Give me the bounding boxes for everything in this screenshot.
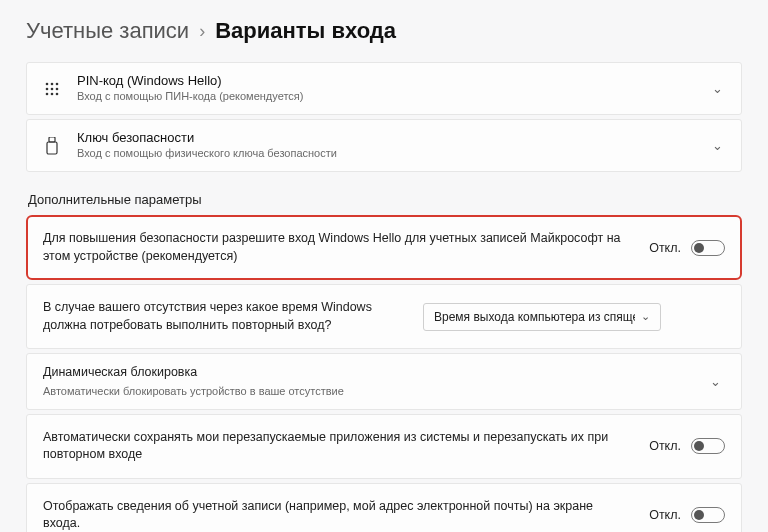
option-pin[interactable]: PIN-код (Windows Hello) Вход с помощью П… bbox=[26, 62, 742, 115]
chevron-down-icon: ⌄ bbox=[708, 138, 727, 153]
dropdown-reauth-time[interactable]: Время выхода компьютера из спящего ре ⌄ bbox=[423, 303, 661, 331]
keypad-icon bbox=[41, 81, 63, 97]
row-dynamic-lock[interactable]: Динамическая блокировка Автоматически бл… bbox=[26, 353, 742, 410]
toggle-state-label: Откл. bbox=[649, 241, 681, 255]
toggle-hello-only[interactable] bbox=[691, 240, 725, 256]
svg-point-8 bbox=[56, 92, 59, 95]
option-pin-title: PIN-код (Windows Hello) bbox=[77, 73, 708, 89]
section-additional-label: Дополнительные параметры bbox=[28, 192, 742, 207]
option-security-key[interactable]: Ключ безопасности Вход с помощью физичес… bbox=[26, 119, 742, 172]
page-title: Варианты входа bbox=[215, 18, 396, 44]
toggle-state-label: Откл. bbox=[649, 439, 681, 453]
row-hello-only-text: Для повышения безопасности разрешите вхо… bbox=[43, 230, 649, 265]
toggle-restart-apps[interactable] bbox=[691, 438, 725, 454]
row-show-account-text: Отображать сведения об учетной записи (н… bbox=[43, 498, 649, 532]
row-show-account: Отображать сведения об учетной записи (н… bbox=[26, 483, 742, 532]
svg-point-0 bbox=[46, 82, 49, 85]
chevron-right-icon: › bbox=[199, 21, 205, 42]
svg-point-4 bbox=[51, 87, 54, 90]
svg-rect-10 bbox=[47, 142, 57, 154]
svg-point-7 bbox=[51, 92, 54, 95]
option-security-key-sub: Вход с помощью физического ключа безопас… bbox=[77, 147, 708, 161]
row-restart-apps: Автоматически сохранять мои перезапускае… bbox=[26, 414, 742, 479]
svg-point-1 bbox=[51, 82, 54, 85]
usb-key-icon bbox=[41, 137, 63, 155]
row-hello-only: Для повышения безопасности разрешите вхо… bbox=[26, 215, 742, 280]
svg-point-5 bbox=[56, 87, 59, 90]
svg-point-2 bbox=[56, 82, 59, 85]
chevron-down-icon: ⌄ bbox=[641, 310, 650, 323]
svg-point-6 bbox=[46, 92, 49, 95]
option-security-key-title: Ключ безопасности bbox=[77, 130, 708, 146]
row-restart-apps-text: Автоматически сохранять мои перезапускае… bbox=[43, 429, 649, 464]
breadcrumb-parent[interactable]: Учетные записи bbox=[26, 18, 189, 44]
row-dynamic-lock-title: Динамическая блокировка bbox=[43, 364, 690, 382]
dropdown-reauth-value: Время выхода компьютера из спящего ре bbox=[434, 310, 635, 324]
chevron-down-icon: ⌄ bbox=[708, 81, 727, 96]
toggle-state-label: Откл. bbox=[649, 508, 681, 522]
svg-rect-9 bbox=[49, 137, 55, 142]
svg-point-3 bbox=[46, 87, 49, 90]
toggle-show-account[interactable] bbox=[691, 507, 725, 523]
chevron-down-icon: ⌄ bbox=[706, 374, 725, 389]
row-dynamic-lock-sub: Автоматически блокировать устройство в в… bbox=[43, 384, 690, 399]
option-pin-sub: Вход с помощью ПИН-кода (рекомендуется) bbox=[77, 90, 708, 104]
row-reauth: В случае вашего отсутствия через какое в… bbox=[26, 284, 742, 349]
row-reauth-text: В случае вашего отсутствия через какое в… bbox=[43, 299, 423, 334]
breadcrumb: Учетные записи › Варианты входа bbox=[26, 18, 742, 44]
